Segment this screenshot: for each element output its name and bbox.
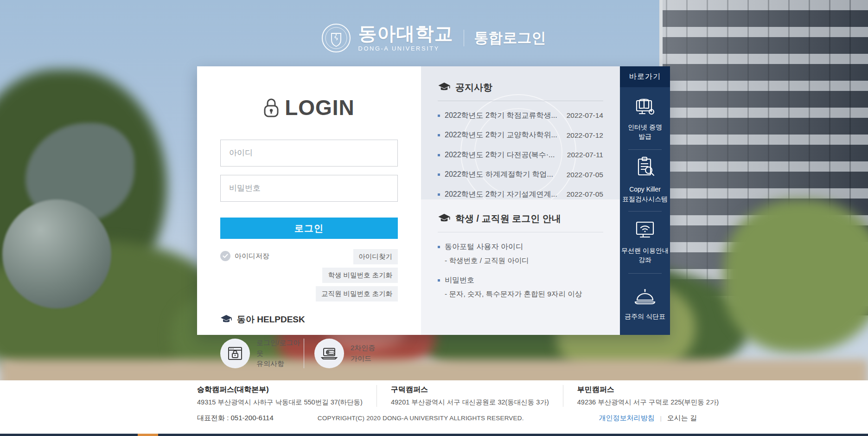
quick-link-label: 무선랜 이용안내 강좌: [621, 246, 669, 265]
footer: 승학캠퍼스(대학본부) 49315 부산광역시 사하구 낙동대로 550번길 3…: [0, 380, 868, 436]
guide-item: 동아포털 사용자 아이디 - 학생번호 / 교직원 아이디: [438, 242, 603, 266]
university-name-kr: 동아대학교: [358, 24, 453, 43]
bullet-icon: [438, 193, 440, 196]
bullet-icon: [438, 173, 440, 176]
footer-bottom-row: 대표전화 : 051-200-6114 COPYRIGHT(C) 2020 DO…: [197, 414, 697, 423]
quick-links-sidebar: 바로가기 인터넷 증명 발급: [620, 66, 670, 335]
copy-killer-link[interactable]: Copy Killer 표절검사시스템: [620, 149, 670, 212]
two-factor-guide-link[interactable]: 2차인증 가이드: [304, 339, 398, 368]
footer-link-separator: |: [660, 415, 661, 422]
helpdesk-item-label: 로그인/로그아웃 유의사항: [256, 338, 304, 369]
laptop-password-icon: [314, 339, 344, 368]
notice-list: 2022학년도 2학기 학점교류학생... 2022-07-14 2022학년도…: [438, 106, 603, 199]
quick-link-label: Copy Killer 표절검사시스템: [622, 185, 668, 204]
helpdesk-items: 로그인/로그아웃 유의사항: [220, 338, 398, 369]
quick-link-label: 인터넷 증명 발급: [628, 122, 662, 141]
helpdesk-item-label: 2차인증 가이드: [351, 343, 375, 364]
staff-password-reset-button[interactable]: 교직원 비밀번호 초기화: [316, 286, 398, 301]
bottom-accent-bar: [0, 434, 868, 436]
internet-certificate-link[interactable]: 인터넷 증명 발급: [620, 87, 670, 149]
lock-icon: [263, 97, 279, 118]
account-helper-buttons: 아이디찾기 학생 비밀번호 초기화 교직원 비밀번호 초기화: [284, 249, 398, 301]
id-input[interactable]: [220, 140, 398, 167]
login-guide-section: 학생 / 교직원 로그인 안내 동아포털 사용자 아이디 - 학생번호 / 교직…: [421, 199, 620, 335]
guide-item-sub: - 학생번호 / 교직원 아이디: [445, 256, 603, 266]
quick-links-title: 바로가기: [620, 66, 670, 87]
quick-link-label: 금주의 식단표: [625, 312, 665, 321]
university-brand: 동아대학교 DONG-A UNIVERSITY: [358, 24, 453, 52]
footer-links: 개인정보처리방침 | 오시는 길: [599, 414, 697, 423]
phone-number: 대표전화 : 051-200-6114: [197, 414, 274, 423]
food-cloche-icon: [633, 287, 657, 306]
login-guide-header: 학생 / 교직원 로그인 안내: [438, 212, 603, 225]
bullet-icon: [438, 154, 440, 156]
main-panel: LOGIN 로그인 아이디저장 아이디찾기 학생 비밀번호 초기화 교직원 비밀…: [197, 66, 670, 335]
login-title-text: LOGIN: [285, 95, 355, 120]
notices-title: 공지사항: [455, 81, 492, 94]
bullet-icon: [438, 246, 440, 248]
graduation-cap-icon: [220, 314, 232, 325]
save-id-label: 아이디저장: [235, 252, 269, 261]
notice-item[interactable]: 2022학년도 2학기 다전공(복수·... 2022-07-11: [438, 145, 603, 165]
campus-gudeok: 구덕캠퍼스 49201 부산광역시 서구 대신공원로 32(동대신동 3가): [377, 385, 563, 407]
plagiarism-check-icon: [635, 156, 655, 179]
login-button[interactable]: 로그인: [220, 218, 398, 239]
helpdesk-section: 동아 HELPDESK 로그인/: [220, 314, 398, 369]
wifi-monitor-icon: [634, 219, 656, 240]
campus-addresses: 승학캠퍼스(대학본부) 49315 부산광역시 사하구 낙동대로 550번길 3…: [197, 385, 733, 407]
notices-header: 공지사항: [438, 81, 603, 94]
page-title: 통합로그인: [474, 28, 546, 48]
guide-item-main: 비밀번호: [438, 276, 603, 285]
helpdesk-header: 동아 HELPDESK: [220, 314, 398, 326]
graduation-cap-icon: [438, 213, 451, 224]
save-id-toggle[interactable]: 아이디저장: [220, 249, 269, 261]
find-id-button[interactable]: 아이디찾기: [353, 249, 398, 264]
bullet-icon: [438, 279, 440, 282]
guide-item-sub: - 문자, 숫자, 특수문자가 혼합된 9자리 이상: [445, 289, 603, 299]
graduation-cap-icon: [438, 82, 451, 93]
weekly-menu-link[interactable]: 금주의 식단표: [620, 273, 670, 335]
statue-sphere-image: [2, 199, 111, 308]
login-logout-guide-link[interactable]: 로그인/로그아웃 유의사항: [220, 338, 304, 369]
student-password-reset-button[interactable]: 학생 비밀번호 초기화: [322, 268, 398, 283]
campus-seunghak: 승학캠퍼스(대학본부) 49315 부산광역시 사하구 낙동대로 550번길 3…: [197, 385, 377, 407]
guide-item: 비밀번호 - 문자, 숫자, 특수문자가 혼합된 9자리 이상: [438, 276, 603, 299]
login-card: LOGIN 로그인 아이디저장 아이디찾기 학생 비밀번호 초기화 교직원 비밀…: [197, 66, 421, 335]
login-options: 아이디저장 아이디찾기 학생 비밀번호 초기화 교직원 비밀번호 초기화: [220, 249, 398, 301]
notice-item[interactable]: 2022학년도 2학기 학점교류학생... 2022-07-14: [438, 106, 603, 126]
copyright-text: COPYRIGHT(C) 2020 DONG-A UNIVERSITY ALLR…: [318, 415, 524, 422]
notice-item[interactable]: 2022학년도 2학기 자기설계연계... 2022-07-05: [438, 185, 603, 199]
check-circle-icon: [220, 251, 230, 261]
directions-link[interactable]: 오시는 길: [667, 414, 697, 423]
divider: [438, 232, 603, 232]
divider: [438, 101, 603, 101]
bottom-accent-orange: [138, 434, 158, 436]
certificate-monitor-icon: [634, 95, 656, 116]
notice-item[interactable]: 2022학년도 2학기 교양학사학위... 2022-07-12: [438, 126, 603, 146]
privacy-policy-link[interactable]: 개인정보처리방침: [599, 414, 654, 423]
notices-section: 공지사항 2022학년도 2학기 학점교류학생... 2022-07-14 20…: [421, 66, 620, 199]
helpdesk-title: 동아 HELPDESK: [237, 314, 305, 326]
wireless-lan-guide-link[interactable]: 무선랜 이용안내 강좌: [620, 211, 670, 273]
login-heading: LOGIN: [220, 95, 398, 120]
notice-item[interactable]: 2022학년도 하계계절학기 학업... 2022-07-05: [438, 165, 603, 185]
info-panel: 공지사항 2022학년도 2학기 학점교류학생... 2022-07-14 20…: [421, 66, 620, 335]
trees-image: [723, 199, 868, 353]
university-name-en: DONG-A UNIVERSITY: [358, 45, 440, 52]
guide-item-main: 동아포털 사용자 아이디: [438, 242, 603, 252]
bullet-icon: [438, 115, 440, 117]
site-header: 동아대학교 DONG-A UNIVERSITY 통합로그인: [197, 21, 670, 55]
path-image: [0, 359, 868, 380]
campus-bumin: 부민캠퍼스 49236 부산광역시 서구 구덕로 225(부민동 2가): [563, 385, 733, 407]
university-seal-logo: [321, 23, 351, 53]
password-input[interactable]: [220, 175, 398, 202]
login-guide-title: 학생 / 교직원 로그인 안내: [455, 212, 561, 225]
bullet-icon: [438, 134, 440, 136]
browser-lock-icon: [220, 339, 250, 368]
header-divider: [464, 30, 464, 46]
